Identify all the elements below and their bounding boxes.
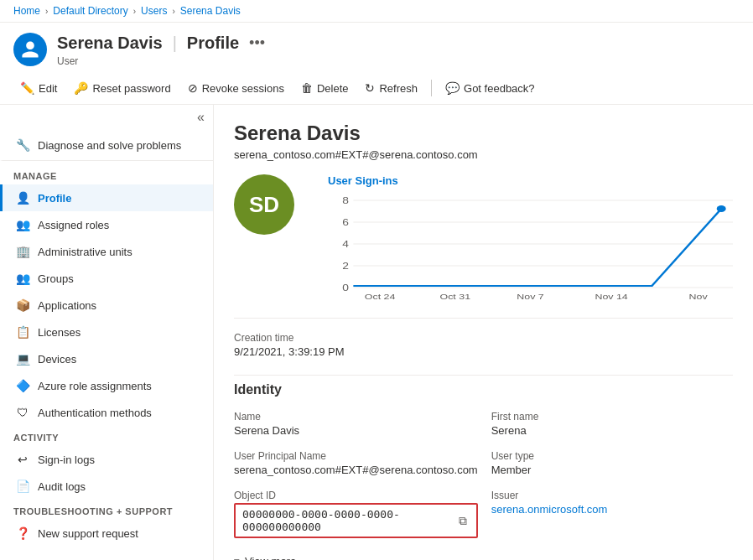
sidebar-azure-roles-label: Azure role assignments [38, 380, 152, 392]
sidebar: « 🔧 Diagnose and solve problems Manage 👤… [0, 105, 214, 560]
delete-icon: 🗑 [301, 81, 313, 95]
sidebar-profile-label: Profile [38, 192, 71, 205]
sidebar-assigned-roles[interactable]: 👥Assigned roles [0, 211, 213, 238]
page-header: Serena Davis | Profile ••• User [0, 23, 753, 72]
sidebar-devices-label: Devices [38, 353, 76, 366]
view-more-button[interactable]: ▾ View more [234, 548, 296, 560]
svg-point-15 [717, 205, 726, 212]
svg-text:Nov 7: Nov 7 [517, 293, 543, 301]
sidebar-applications-label: Applications [38, 299, 96, 312]
sidebar-audit-logs-label: Audit logs [38, 480, 86, 493]
content-area: Serena Davis serena_contoso.com#EXT#@ser… [214, 105, 753, 560]
wrench-icon: 🔧 [16, 138, 29, 152]
sidebar-section-manage: Manage [0, 164, 213, 184]
sidebar-support[interactable]: ❓New support request [0, 520, 213, 547]
collapse-btn-container: « [0, 105, 213, 130]
page-header-text: Serena Davis | Profile ••• User [57, 31, 268, 67]
chevron-down-icon: ▾ [234, 555, 240, 560]
sidebar-admin-units-label: Administrative units [38, 246, 132, 258]
sidebar-applications-icon: 📦 [16, 298, 29, 312]
creation-value: 9/21/2021, 3:39:19 PM [234, 345, 733, 358]
field-issuer-label: Issuer [491, 490, 733, 501]
breadcrumb-home[interactable]: Home [13, 5, 40, 17]
sidebar-assigned-roles-icon: 👥 [16, 218, 29, 231]
breadcrumb-current: Serena Davis [180, 5, 241, 17]
breadcrumb-users[interactable]: Users [141, 5, 167, 17]
more-options-button[interactable]: ••• [246, 31, 268, 55]
sidebar-support-label: New support request [38, 527, 138, 540]
sidebar-licenses[interactable]: 📋Licenses [0, 319, 213, 345]
breadcrumb: Home › Default Directory › Users › Seren… [0, 0, 753, 23]
reset-password-button[interactable]: 🔑 Reset password [67, 77, 177, 99]
person-icon [20, 39, 40, 60]
breadcrumb-directory[interactable]: Default Directory [53, 5, 127, 17]
svg-text:4: 4 [342, 240, 349, 250]
sidebar-groups-label: Groups [38, 272, 74, 285]
sidebar-profile-icon: 👤 [16, 191, 29, 205]
user-email: serena_contoso.com#EXT#@serena.contoso.c… [234, 148, 733, 161]
sidebar-signin-logs[interactable]: ↩Sign-in logs [0, 446, 213, 473]
svg-text:2: 2 [342, 262, 349, 272]
edit-button[interactable]: ✏️ Edit [13, 77, 64, 99]
field-issuer-value[interactable]: serena.onmicrosoft.com [491, 503, 733, 516]
chart-svg: 8 6 4 2 0 Oct 24 [328, 192, 733, 301]
sidebar-admin-units[interactable]: 🏢Administrative units [0, 238, 213, 265]
sidebar-section-troubleshoot: Troubleshooting + Support [0, 500, 213, 520]
key-icon: 🔑 [74, 81, 88, 95]
field-issuer-group: Issuer serena.onmicrosoft.com [491, 490, 733, 538]
revoke-sessions-button[interactable]: ⊘ Revoke sessions [181, 77, 291, 99]
sidebar-azure-roles-icon: 🔷 [16, 379, 29, 392]
collapse-sidebar-button[interactable]: « [197, 110, 205, 125]
sidebar-audit-logs-icon: 📄 [16, 480, 29, 493]
sidebar-azure-roles[interactable]: 🔷Azure role assignments [0, 372, 213, 399]
content-inner: Serena Davis serena_contoso.com#EXT#@ser… [214, 105, 753, 560]
chart-area: User Sign-ins 8 6 4 2 0 [328, 174, 733, 301]
sidebar-admin-units-icon: 🏢 [16, 245, 29, 258]
sidebar-manage-items: 👤Profile👥Assigned roles🏢Administrative u… [0, 184, 213, 426]
svg-text:Oct 24: Oct 24 [365, 293, 396, 301]
refresh-button[interactable]: ↻ Refresh [358, 77, 424, 99]
sidebar-signin-logs-icon: ↩ [16, 453, 29, 466]
object-id-box: 00000000-0000-0000-0000-000000000000 ⧉ [234, 503, 478, 538]
user-avatar-header [13, 33, 47, 66]
svg-text:6: 6 [342, 218, 349, 228]
top-section: SD User Sign-ins 8 6 4 2 0 [234, 174, 733, 301]
copy-objectid-button[interactable]: ⧉ [456, 513, 470, 529]
field-upn-group: User Principal Name serena_contoso.com#E… [234, 450, 478, 476]
sidebar-support-items: ❓New support request [0, 520, 213, 547]
field-firstname-label: First name [491, 411, 733, 423]
sidebar-section-activity: Activity [0, 426, 213, 446]
sidebar-auth-methods-icon: 🛡 [16, 406, 29, 419]
field-upn-label: User Principal Name [234, 450, 478, 462]
svg-text:Oct 31: Oct 31 [440, 293, 471, 301]
field-usertype-group: User type Member [491, 450, 733, 476]
user-name-heading: Serena Davis [234, 122, 733, 145]
delete-button[interactable]: 🗑 Delete [294, 77, 356, 99]
sidebar-devices[interactable]: 💻Devices [0, 345, 213, 372]
svg-text:Nov: Nov [689, 293, 709, 301]
field-firstname-value: Serena [491, 424, 733, 437]
sidebar-assigned-roles-label: Assigned roles [38, 219, 109, 231]
field-name-label: Name [234, 411, 478, 423]
edit-icon: ✏️ [20, 81, 34, 95]
refresh-icon: ↻ [365, 81, 375, 95]
field-upn-value: serena_contoso.com#EXT#@serena.contoso.c… [234, 464, 478, 476]
identity-section-title: Identity [234, 375, 733, 397]
sidebar-groups-icon: 👥 [16, 272, 29, 285]
sidebar-profile[interactable]: 👤Profile [0, 184, 213, 211]
object-id-value: 00000000-0000-0000-0000-000000000000 [242, 508, 451, 533]
field-name-group: Name Serena Davis [234, 411, 478, 437]
main-layout: « 🔧 Diagnose and solve problems Manage 👤… [0, 105, 753, 560]
page-subtitle: User [57, 55, 268, 67]
sidebar-applications[interactable]: 📦Applications [0, 292, 213, 319]
sidebar-licenses-icon: 📋 [16, 325, 29, 339]
svg-text:8: 8 [342, 196, 349, 206]
sidebar-auth-methods-label: Authentication methods [38, 407, 152, 419]
sidebar-support-icon: ❓ [16, 526, 29, 540]
feedback-button[interactable]: 💬 Got feedback? [439, 77, 542, 99]
sidebar-groups[interactable]: 👥Groups [0, 265, 213, 292]
identity-grid: Name Serena Davis First name Serena User… [234, 411, 733, 538]
sidebar-audit-logs[interactable]: 📄Audit logs [0, 473, 213, 500]
sidebar-diagnose[interactable]: 🔧 Diagnose and solve problems [0, 130, 213, 161]
sidebar-auth-methods[interactable]: 🛡Authentication methods [0, 399, 213, 426]
